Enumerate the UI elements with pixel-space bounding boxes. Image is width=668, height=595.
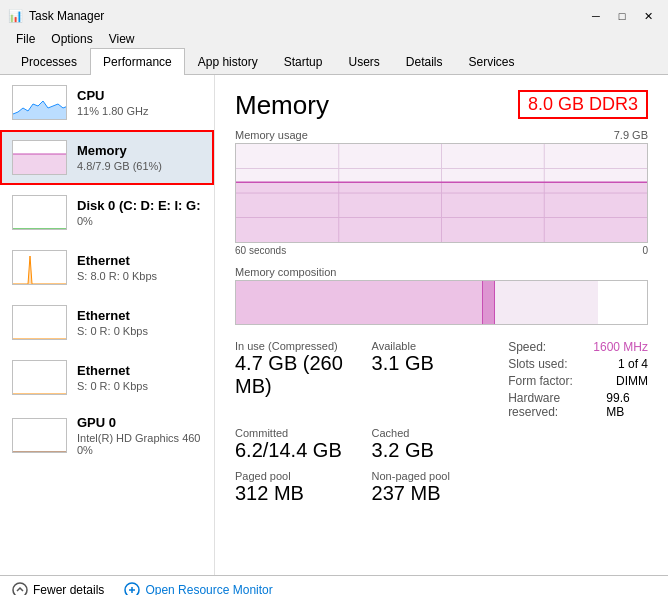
svg-rect-2: [13, 154, 67, 175]
sidebar-item-memory[interactable]: Memory 4.8/7.9 GB (61%): [0, 130, 214, 185]
in-use-label: In use (Compressed): [235, 340, 352, 352]
speed-value: 1600 MHz: [593, 340, 648, 354]
sidebar-item-ethernet3[interactable]: Ethernet S: 0 R: 0 Kbps: [0, 350, 214, 405]
tab-performance[interactable]: Performance: [90, 48, 185, 75]
close-button[interactable]: ✕: [636, 6, 660, 26]
form-factor-label: Form factor:: [508, 374, 573, 388]
eth1-subtitle: S: 8.0 R: 0 Kbps: [77, 270, 202, 282]
in-use-stat: In use (Compressed) 4.7 GB (260 MB): [235, 340, 352, 419]
disk-subtitle: 0%: [77, 215, 202, 227]
memory-usage-section: Memory usage 7.9 GB: [235, 129, 648, 256]
cpu-info: CPU 11% 1.80 GHz: [77, 88, 202, 117]
hw-reserved-label: Hardware reserved:: [508, 391, 606, 419]
memory-spec: 8.0 GB DDR3: [518, 90, 648, 119]
available-stat: Available 3.1 GB: [372, 340, 489, 419]
eth1-graph-svg: [13, 251, 67, 285]
open-resource-monitor-button[interactable]: Open Resource Monitor: [124, 582, 272, 595]
tab-bar: Processes Performance App history Startu…: [0, 48, 668, 75]
eth2-graph-svg: [13, 306, 67, 340]
memory-graph-svg: [13, 141, 67, 175]
composition-label: Memory composition: [235, 266, 648, 278]
main-content: CPU 11% 1.80 GHz Memory 4.8/7.9 GB (61%): [0, 75, 668, 575]
gpu-mini-graph: [12, 418, 67, 453]
svg-rect-5: [13, 251, 67, 285]
speed-label: Speed:: [508, 340, 546, 354]
svg-rect-7: [13, 306, 67, 340]
eth1-info: Ethernet S: 8.0 R: 0 Kbps: [77, 253, 202, 282]
in-use-value: 4.7 GB (260 MB): [235, 352, 352, 398]
slots-value: 1 of 4: [618, 357, 648, 371]
eth2-info: Ethernet S: 0 R: 0 Kbps: [77, 308, 202, 337]
fewer-details-icon: [12, 582, 28, 595]
gpu-graph-svg: [13, 419, 67, 453]
non-paged-pool-value: 237 MB: [372, 482, 489, 505]
tab-processes[interactable]: Processes: [8, 48, 90, 75]
memory-usage-graph: [235, 143, 648, 243]
memory-usage-svg: [236, 144, 647, 242]
slots-row: Slots used: 1 of 4: [508, 357, 648, 371]
eth1-mini-graph: [12, 250, 67, 285]
svg-rect-8: [13, 361, 67, 395]
disk-mini-graph: [12, 195, 67, 230]
available-value: 3.1 GB: [372, 352, 489, 375]
sidebar-item-cpu[interactable]: CPU 11% 1.80 GHz: [0, 75, 214, 130]
tab-users[interactable]: Users: [335, 48, 392, 75]
sidebar-item-disk[interactable]: Disk 0 (C: D: E: I: G: 0%: [0, 185, 214, 240]
spacer2: [508, 470, 648, 505]
memory-composition-section: Memory composition: [235, 266, 648, 325]
menu-view[interactable]: View: [101, 30, 143, 48]
eth3-subtitle: S: 0 R: 0 Kbps: [77, 380, 202, 392]
slots-label: Slots used:: [508, 357, 567, 371]
gpu-title: GPU 0: [77, 415, 202, 430]
eth1-title: Ethernet: [77, 253, 202, 268]
comp-standby: [495, 281, 598, 324]
non-paged-pool-stat: Non-paged pool 237 MB: [372, 470, 489, 505]
content-panel: Memory 8.0 GB DDR3 Memory usage 7.9 GB: [215, 75, 668, 575]
tab-app-history[interactable]: App history: [185, 48, 271, 75]
fewer-details-button[interactable]: Fewer details: [12, 582, 104, 595]
window-controls: ─ □ ✕: [584, 6, 660, 26]
memory-title: Memory: [77, 143, 202, 158]
paged-pool-label: Paged pool: [235, 470, 352, 482]
stats-row-1: In use (Compressed) 4.7 GB (260 MB) Avai…: [235, 340, 648, 419]
sidebar-item-ethernet1[interactable]: Ethernet S: 8.0 R: 0 Kbps: [0, 240, 214, 295]
memory-mini-graph: [12, 140, 67, 175]
right-stats: Speed: 1600 MHz Slots used: 1 of 4 Form …: [508, 340, 648, 419]
svg-rect-16: [236, 182, 647, 242]
sidebar-item-gpu[interactable]: GPU 0 Intel(R) HD Graphics 4600%: [0, 405, 214, 466]
content-header: Memory 8.0 GB DDR3: [235, 90, 648, 121]
menu-file[interactable]: File: [8, 30, 43, 48]
comp-modified: [483, 281, 495, 324]
menu-options[interactable]: Options: [43, 30, 100, 48]
memory-info: Memory 4.8/7.9 GB (61%): [77, 143, 202, 172]
minimize-button[interactable]: ─: [584, 6, 608, 26]
svg-rect-4: [13, 196, 67, 230]
form-factor-value: DIMM: [616, 374, 648, 388]
cpu-mini-graph: [12, 85, 67, 120]
time-labels: 60 seconds 0: [235, 245, 648, 256]
committed-label: Committed: [235, 427, 352, 439]
fewer-details-label: Fewer details: [33, 583, 104, 595]
resource-monitor-label[interactable]: Open Resource Monitor: [145, 583, 272, 595]
paged-pool-stat: Paged pool 312 MB: [235, 470, 352, 505]
speed-row: Speed: 1600 MHz: [508, 340, 648, 354]
comp-in-use: [236, 281, 483, 324]
cpu-title: CPU: [77, 88, 202, 103]
gpu-info: GPU 0 Intel(R) HD Graphics 4600%: [77, 415, 202, 456]
cached-value: 3.2 GB: [372, 439, 489, 462]
available-label: Available: [372, 340, 489, 352]
cpu-graph-svg: [13, 86, 67, 120]
eth2-title: Ethernet: [77, 308, 202, 323]
maximize-button[interactable]: □: [610, 6, 634, 26]
sidebar-item-ethernet2[interactable]: Ethernet S: 0 R: 0 Kbps: [0, 295, 214, 350]
tab-details[interactable]: Details: [393, 48, 456, 75]
tab-startup[interactable]: Startup: [271, 48, 336, 75]
committed-stat: Committed 6.2/14.4 GB: [235, 427, 352, 462]
tab-services[interactable]: Services: [456, 48, 528, 75]
gpu-subtitle: Intel(R) HD Graphics 4600%: [77, 432, 202, 456]
stats-row-2: Committed 6.2/14.4 GB Cached 3.2 GB: [235, 427, 648, 462]
svg-rect-9: [13, 419, 67, 453]
committed-value: 6.2/14.4 GB: [235, 439, 352, 462]
content-title: Memory: [235, 90, 329, 121]
cached-label: Cached: [372, 427, 489, 439]
